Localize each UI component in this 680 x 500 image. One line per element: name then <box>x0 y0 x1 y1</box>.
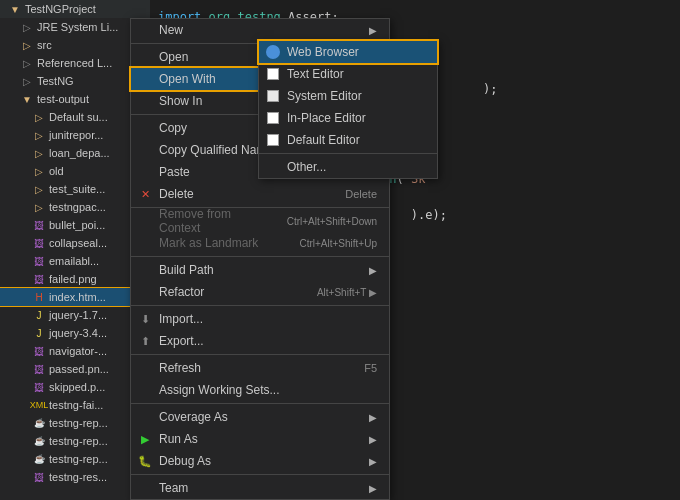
java2-icon: ☕ <box>32 434 46 448</box>
submenu-text-editor-label: Text Editor <box>287 67 344 81</box>
tree-item-email-label: emailabl... <box>49 255 99 267</box>
default-su-icon: ▷ <box>32 110 46 124</box>
tree-item-root[interactable]: ▼ TestNGProject <box>0 0 150 18</box>
menu-build-path-label: Build Path <box>159 263 214 277</box>
submenu-item-web-browser[interactable]: Web Browser <box>259 41 437 63</box>
java3-icon: ☕ <box>32 452 46 466</box>
tree-item-root-label: TestNGProject <box>25 3 96 15</box>
tree-item-junitrepor-label: junitrepor... <box>49 129 103 141</box>
submenu-item-other[interactable]: Other... <box>259 156 437 178</box>
submenu-item-default-editor[interactable]: Default Editor <box>259 129 437 151</box>
menu-coverage-label: Coverage As <box>159 410 228 424</box>
tree-item-bullet[interactable]: 🖼 bullet_poi... <box>0 216 150 234</box>
tree-item-testng-rep2[interactable]: ☕ testng-rep... <box>0 432 150 450</box>
menu-open-with-label: Open With <box>159 72 216 86</box>
tree-item-passed[interactable]: 🖼 passed.pn... <box>0 360 150 378</box>
tree-item-navigator[interactable]: 🖼 navigator-... <box>0 342 150 360</box>
menu-refactor-shortcut: Alt+Shift+T ▶ <box>317 287 377 298</box>
collapse-icon: 🖼 <box>32 236 46 250</box>
menu-item-run-as[interactable]: ▶ Run As ▶ <box>131 428 389 450</box>
submenu-default-editor-label: Default Editor <box>287 133 360 147</box>
menu-sep-5 <box>131 305 389 306</box>
run-icon: ▶ <box>137 431 153 447</box>
src-folder-icon: ▷ <box>20 38 34 52</box>
tree-item-jquery1[interactable]: J jquery-1.7... <box>0 306 150 324</box>
delete-icon: ✕ <box>137 186 153 202</box>
menu-run-as-label: Run As <box>159 432 198 446</box>
tree-item-test-output[interactable]: ▼ test-output <box>0 90 150 108</box>
menu-item-team[interactable]: Team ▶ <box>131 477 389 499</box>
submenu-web-browser-label: Web Browser <box>287 45 359 59</box>
menu-item-coverage[interactable]: Coverage As ▶ <box>131 406 389 428</box>
tree-item-old[interactable]: ▷ old <box>0 162 150 180</box>
tree-item-testng-rep3-label: testng-rep... <box>49 453 108 465</box>
failed-icon: 🖼 <box>32 272 46 286</box>
tree-item-referenced[interactable]: ▷ Referenced L... <box>0 54 150 72</box>
tree-item-index-label: index.htm... <box>49 291 106 303</box>
tree-item-failed[interactable]: 🖼 failed.png <box>0 270 150 288</box>
old-icon: ▷ <box>32 164 46 178</box>
menu-show-in-label: Show In <box>159 94 202 108</box>
menu-export-label: Export... <box>159 334 204 348</box>
menu-item-delete[interactable]: ✕ Delete Delete <box>131 183 389 205</box>
coverage-arrow-icon: ▶ <box>369 412 377 423</box>
menu-mark-shortcut: Ctrl+Alt+Shift+Up <box>299 238 377 249</box>
tree-item-email[interactable]: 🖼 emailabl... <box>0 252 150 270</box>
tree-item-testngpac[interactable]: ▷ testngpac... <box>0 198 150 216</box>
tree-item-testng-fai[interactable]: XML testng-fai... <box>0 396 150 414</box>
menu-item-import[interactable]: ⬇ Import... <box>131 308 389 330</box>
ide-background: ▼ TestNGProject ▷ JRE System Li... ▷ src… <box>0 0 680 500</box>
menu-item-assign-working[interactable]: Assign Working Sets... <box>131 379 389 401</box>
menu-import-label: Import... <box>159 312 203 326</box>
tree-item-junitrepor[interactable]: ▷ junitrepor... <box>0 126 150 144</box>
menu-mark-landmark-label: Mark as Landmark <box>159 236 258 250</box>
tree-item-navigator-label: navigator-... <box>49 345 107 357</box>
tree-item-default-su[interactable]: ▷ Default su... <box>0 108 150 126</box>
tree-item-testngpac-label: testngpac... <box>49 201 106 213</box>
tree-item-loan-label: loan_depa... <box>49 147 110 159</box>
tree-item-index[interactable]: H index.htm... <box>0 288 150 306</box>
menu-item-export[interactable]: ⬆ Export... <box>131 330 389 352</box>
import-icon: ⬇ <box>137 311 153 327</box>
menu-item-build-path[interactable]: Build Path ▶ <box>131 259 389 281</box>
java1-icon: ☕ <box>32 416 46 430</box>
tree-item-testng-rep1-label: testng-rep... <box>49 417 108 429</box>
tree-item-passed-label: passed.pn... <box>49 363 109 375</box>
tree-item-jquery2-label: jquery-3.4... <box>49 327 107 339</box>
tree-item-testng-rep3[interactable]: ☕ testng-rep... <box>0 450 150 468</box>
tree-item-testng-label: TestNG <box>37 75 74 87</box>
library-icon: ▷ <box>20 20 34 34</box>
index-html-icon: H <box>32 290 46 304</box>
debug-arrow-icon: ▶ <box>369 456 377 467</box>
tree-item-jquery2[interactable]: J jquery-3.4... <box>0 324 150 342</box>
tree-item-skipped[interactable]: 🖼 skipped.p... <box>0 378 150 396</box>
tree-item-testng[interactable]: ▷ TestNG <box>0 72 150 90</box>
export-icon: ⬆ <box>137 333 153 349</box>
menu-item-remove-context[interactable]: Remove from Context Ctrl+Alt+Shift+Down <box>131 210 389 232</box>
tree-item-referenced-label: Referenced L... <box>37 57 112 69</box>
submenu-item-in-place[interactable]: In-Place Editor <box>259 107 437 129</box>
web-browser-icon <box>265 44 281 60</box>
tree-item-testng-rep1[interactable]: ☕ testng-rep... <box>0 414 150 432</box>
menu-item-refresh[interactable]: Refresh F5 <box>131 357 389 379</box>
tree-item-testng-res[interactable]: 🖼 testng-res... <box>0 468 150 486</box>
navigator-icon: 🖼 <box>32 344 46 358</box>
junit-icon: ▷ <box>32 128 46 142</box>
build-path-arrow-icon: ▶ <box>369 265 377 276</box>
submenu-item-text-editor[interactable]: Text Editor <box>259 63 437 85</box>
passed-icon: 🖼 <box>32 362 46 376</box>
submenu-item-system-editor[interactable]: System Editor <box>259 85 437 107</box>
menu-sep-4 <box>131 256 389 257</box>
menu-item-new[interactable]: New ▶ <box>131 19 389 41</box>
tree-item-jre[interactable]: ▷ JRE System Li... <box>0 18 150 36</box>
menu-item-debug-as[interactable]: 🐛 Debug As ▶ <box>131 450 389 472</box>
tree-item-test-suite[interactable]: ▷ test_suite... <box>0 180 150 198</box>
tree-item-src[interactable]: ▷ src <box>0 36 150 54</box>
tree-item-jquery1-label: jquery-1.7... <box>49 309 107 321</box>
menu-item-mark-landmark[interactable]: Mark as Landmark Ctrl+Alt+Shift+Up <box>131 232 389 254</box>
submenu-in-place-label: In-Place Editor <box>287 111 366 125</box>
menu-item-refactor[interactable]: Refactor Alt+Shift+T ▶ <box>131 281 389 303</box>
new-arrow-icon: ▶ <box>369 25 377 36</box>
tree-item-loan[interactable]: ▷ loan_depa... <box>0 144 150 162</box>
tree-item-collapse[interactable]: 🖼 collapseal... <box>0 234 150 252</box>
